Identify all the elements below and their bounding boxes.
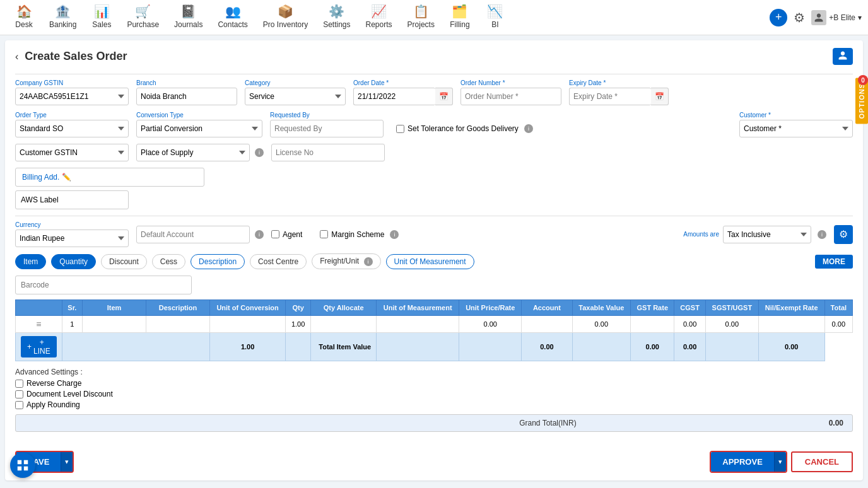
nav-settings[interactable]: ⚙️ Settings xyxy=(315,0,358,35)
account-cell[interactable] xyxy=(522,316,572,333)
order-number-input[interactable] xyxy=(460,88,561,105)
nav-sales[interactable]: 📊 Sales xyxy=(84,0,119,35)
order-date-input-group: 📅 xyxy=(353,88,453,105)
place-of-supply-select[interactable]: Place of Supply xyxy=(136,144,250,161)
unit-conversion-cell[interactable] xyxy=(210,316,286,333)
branch-input[interactable] xyxy=(136,88,237,105)
barcode-input[interactable] xyxy=(15,276,192,294)
amounts-are-select[interactable]: Tax Inclusive xyxy=(723,226,811,243)
item-cell[interactable] xyxy=(83,316,146,333)
unit-conversion-input[interactable] xyxy=(229,320,267,328)
nav-purchase[interactable]: 🛒 Purchase xyxy=(119,0,167,35)
tag-description[interactable]: Description xyxy=(191,254,245,269)
calendar-icon[interactable]: 📅 xyxy=(435,88,453,105)
document-discount-checkbox[interactable] xyxy=(15,390,23,398)
tolerance-info-icon[interactable]: i xyxy=(524,124,533,133)
nav-desk[interactable]: 🏠 Desk xyxy=(6,0,42,35)
default-account-input[interactable] xyxy=(136,226,250,243)
customer-select[interactable]: Customer * xyxy=(739,120,853,137)
company-gstin-select[interactable]: 24AABCA5951E1Z1 xyxy=(15,88,129,105)
nav-projects[interactable]: 📋 Projects xyxy=(400,0,442,35)
profile-icon-button[interactable] xyxy=(833,48,853,65)
more-button[interactable]: MORE xyxy=(815,255,853,269)
order-date-input[interactable] xyxy=(353,88,435,105)
th-account: Account xyxy=(522,300,572,316)
cancel-button[interactable]: CANCEL xyxy=(791,451,853,472)
approve-dropdown-button[interactable]: ▾ xyxy=(774,452,786,472)
requested-by-input[interactable] xyxy=(270,120,384,137)
conversion-type-select[interactable]: Partial Conversion xyxy=(136,120,262,137)
margin-scheme-checkbox[interactable] xyxy=(320,230,328,238)
currency-select[interactable]: Indian Rupee xyxy=(15,229,129,247)
add-button[interactable]: + xyxy=(770,9,787,26)
nav-pro-inventory[interactable]: 📦 Pro Inventory xyxy=(255,0,315,35)
order-type-group: Order Type Standard SO xyxy=(15,112,129,137)
order-type-select[interactable]: Standard SO xyxy=(15,120,129,137)
freight-info-icon[interactable]: i xyxy=(364,257,373,266)
expiry-calendar-icon[interactable]: 📅 xyxy=(651,88,669,105)
apply-rounding-checkbox[interactable] xyxy=(15,401,23,409)
agent-checkbox[interactable] xyxy=(271,230,279,238)
tag-quantity[interactable]: Quantity xyxy=(51,254,96,269)
customer-gstin-select[interactable]: Customer GSTIN xyxy=(15,144,129,161)
item-input[interactable] xyxy=(89,320,139,328)
nav-banking[interactable]: 🏦 Banking xyxy=(42,0,84,35)
tag-unit-of-measurement[interactable]: Unit Of Measurement xyxy=(386,254,474,269)
tag-freight-unit[interactable]: Freight/Unit i xyxy=(312,253,380,269)
save-dropdown-button[interactable]: ▾ xyxy=(61,452,73,472)
header-divider xyxy=(15,74,853,74)
edit-icon: ✏️ xyxy=(62,173,71,182)
unit-measurement-cell[interactable] xyxy=(377,316,459,333)
settings-gear-button[interactable]: ⚙ xyxy=(834,225,853,244)
account-input[interactable] xyxy=(528,320,566,328)
nav-filling[interactable]: 🗂️ Filling xyxy=(442,0,478,35)
approve-button[interactable]: APPROVE xyxy=(711,452,774,472)
drag-handle-icon[interactable]: ≡ xyxy=(36,319,41,329)
tag-discount[interactable]: Discount xyxy=(101,254,147,269)
customer-group: Customer * Customer * xyxy=(739,112,853,137)
nav-contacts[interactable]: 👥 Contacts xyxy=(210,0,255,35)
add-line-label: + LINE xyxy=(33,338,50,356)
filling-icon: 🗂️ xyxy=(452,4,467,19)
billing-add-link[interactable]: Billing Add. ✏️ xyxy=(22,173,71,182)
unit-measurement-input[interactable] xyxy=(392,320,443,328)
bottom-circle-button[interactable] xyxy=(10,453,35,478)
nav-bi[interactable]: 📉 BI xyxy=(478,0,513,35)
agent-label: Agent xyxy=(283,230,302,239)
category-select[interactable]: Service xyxy=(245,88,346,105)
sgst-cell: 0.00 xyxy=(705,316,758,333)
chevron-down-icon: ▾ xyxy=(858,13,862,22)
th-description: Description xyxy=(146,300,210,316)
expiry-date-input[interactable] xyxy=(569,88,651,105)
reports-icon: 📈 xyxy=(371,4,387,19)
th-unit-price: Unit Price/Rate xyxy=(459,300,522,316)
aws-label-input[interactable] xyxy=(15,190,129,209)
default-account-info-icon[interactable]: i xyxy=(255,230,264,239)
back-button[interactable]: ‹ xyxy=(15,51,18,62)
place-of-supply-group: Place of Supply i xyxy=(136,144,264,161)
reverse-charge-checkbox[interactable] xyxy=(15,380,23,388)
description-input[interactable] xyxy=(153,320,203,328)
user-menu[interactable]: +B Elite ▾ xyxy=(811,10,862,25)
settings-gear-icon[interactable]: ⚙ xyxy=(794,10,805,25)
nav-reports[interactable]: 📈 Reports xyxy=(358,0,400,35)
tag-cess[interactable]: Cess xyxy=(152,254,185,269)
freight-unit-label: Freight/Unit xyxy=(320,257,359,265)
nav-journals[interactable]: 📓 Journals xyxy=(167,0,210,35)
tag-cost-centre[interactable]: Cost Centre xyxy=(250,254,307,269)
tag-item[interactable]: Item xyxy=(15,254,46,269)
place-of-supply-info-icon[interactable]: i xyxy=(255,148,264,157)
add-line-button[interactable]: + + LINE xyxy=(21,336,57,357)
nav-reports-label: Reports xyxy=(366,20,392,29)
license-no-input[interactable] xyxy=(271,144,385,161)
tolerance-checkbox[interactable] xyxy=(396,125,404,133)
grand-total-value: 0.00 xyxy=(829,419,843,427)
margin-scheme-info-icon[interactable]: i xyxy=(390,230,399,239)
form-row-3: Customer GSTIN Place of Supply i xyxy=(15,144,853,161)
nav-right: + ⚙ +B Elite ▾ xyxy=(770,9,862,26)
order-number-group: Order Number * xyxy=(460,79,561,105)
total-empty-5 xyxy=(572,333,631,361)
approve-group: APPROVE ▾ xyxy=(710,451,787,473)
description-cell[interactable] xyxy=(146,316,210,333)
amounts-are-info-icon[interactable]: i xyxy=(818,230,826,239)
